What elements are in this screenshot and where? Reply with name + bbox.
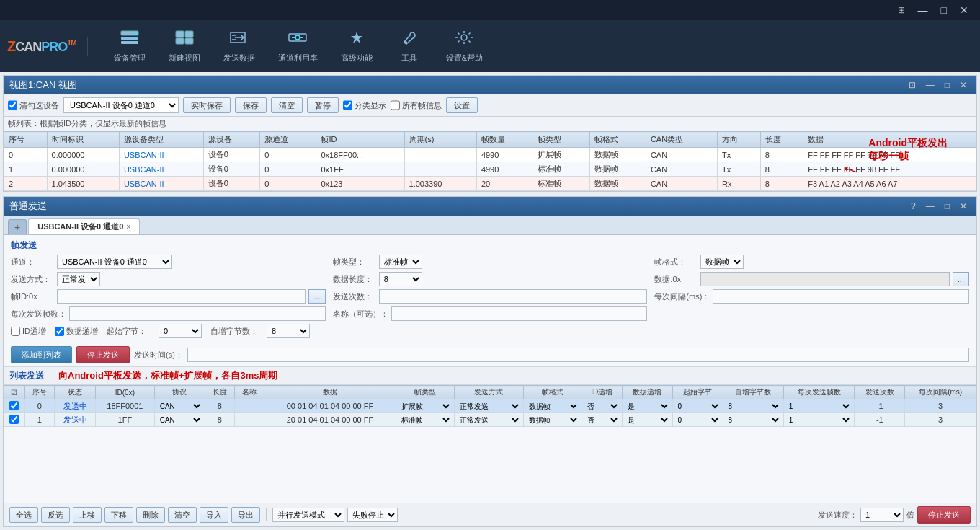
list-col-frame-type: 帧类型 <box>396 386 454 399</box>
tools-button[interactable]: 工具 <box>384 24 435 69</box>
can-view-close-btn[interactable]: ✕ <box>956 79 971 91</box>
table-row[interactable]: 00.000000USBCAN-II设备000x18FF00...4990扩展帧… <box>4 148 976 162</box>
frame-id-browse-btn[interactable]: ... <box>308 289 325 304</box>
send-method-select[interactable]: 正常发送 <box>57 272 100 286</box>
filter-device-checkbox-label[interactable]: 清勾选设备 <box>8 97 59 113</box>
frame-info-row: 帧列表：根据帧ID分类，仅显示最新的帧信息 <box>4 117 976 131</box>
id-inc-label[interactable]: ID递增 <box>11 326 46 337</box>
data-inc-label[interactable]: 数据递增 <box>55 326 98 337</box>
send-close-btn[interactable]: ✕ <box>956 200 971 212</box>
data-len-select[interactable]: 8 <box>379 272 422 286</box>
channel-field-row: 通道： USBCAN-II 设备0 通道0 <box>11 255 326 269</box>
can-view-maximize-btn[interactable]: □ <box>941 79 953 91</box>
channel-select[interactable]: USBCAN-II 设备0 通道0 <box>63 97 179 113</box>
send-count-input[interactable]: 1 <box>69 306 326 321</box>
main-toolbar: ZCANPROTM 设备管理 新建视图 发送数据 通道利用率 高级功能 <box>0 20 980 72</box>
id-inc-checkbox[interactable] <box>11 327 20 336</box>
settings-help-button[interactable]: 设置&帮助 <box>435 24 494 69</box>
move-up-button[interactable]: 上移 <box>73 507 102 523</box>
filter-device-checkbox[interactable] <box>8 97 17 113</box>
close-button[interactable]: ✕ <box>954 3 974 17</box>
tab-close-icon[interactable]: × <box>126 223 130 231</box>
add-tab-button[interactable]: + <box>8 219 27 234</box>
all-frames-label[interactable]: 所有帧信息 <box>391 97 442 113</box>
can-view-title: 视图1:CAN 视图 <box>9 79 77 92</box>
send-mode-select[interactable]: 并行发送模式 <box>272 508 344 522</box>
new-view-icon <box>174 30 195 50</box>
invert-select-button[interactable]: 反选 <box>41 507 70 523</box>
auto-inc-select[interactable]: 8 <box>267 324 310 338</box>
classify-display-checkbox[interactable] <box>343 97 352 113</box>
channel-utilization-icon <box>288 30 308 50</box>
svg-rect-6 <box>185 31 193 37</box>
export-button[interactable]: 导出 <box>231 507 260 523</box>
table-row[interactable]: 21.043500USBCAN-II设备000x1231.00339020标准帧… <box>4 177 976 191</box>
frame-send-title: 帧发送 <box>11 239 969 252</box>
can-view-restore-btn[interactable]: ⊡ <box>905 79 919 91</box>
table-row[interactable]: 10.000000USBCAN-II设备000x1FF4990标准帧数据帧CAN… <box>4 162 976 177</box>
send-help-btn[interactable]: ? <box>907 200 919 212</box>
send-times-input[interactable]: -1 <box>379 289 648 304</box>
frame-type-select[interactable]: 标准帧 <box>379 255 422 269</box>
list-row-checkbox[interactable] <box>9 415 19 424</box>
save-button[interactable]: 保存 <box>235 97 267 113</box>
frame-id-field-row: 帧ID:0x 1FF ... <box>11 289 326 304</box>
maximize-button[interactable]: □ <box>935 3 953 17</box>
delete-button[interactable]: 删除 <box>136 507 165 523</box>
classify-display-label[interactable]: 分类显示 <box>343 97 386 113</box>
list-row-checkbox[interactable] <box>9 401 19 410</box>
col-can-type: CAN类型 <box>646 132 717 148</box>
send-panel-header: 普通发送 ? — □ ✕ <box>4 197 976 216</box>
pause-button[interactable]: 暂停 <box>307 97 339 113</box>
stop-send-button-bottom[interactable]: 停止发送 <box>917 506 971 524</box>
data-len-label: 数据长度： <box>333 274 376 285</box>
advanced-function-label: 高级功能 <box>341 53 373 63</box>
list-item[interactable]: 0发送中18FF0001CAN800 01 04 01 04 00 00 FF扩… <box>4 399 976 413</box>
minimize-button[interactable]: — <box>912 3 934 17</box>
list-item[interactable]: 1发送中1FFCAN820 01 04 01 04 00 00 FF标准帧正常发… <box>4 413 976 427</box>
fail-mode-select[interactable]: 失败停止 <box>347 508 398 522</box>
frame-id-input[interactable]: 1FF <box>57 289 306 304</box>
send-maximize-btn[interactable]: □ <box>941 200 953 212</box>
can-data-table-wrapper[interactable]: 序号 时间标识 源设备类型 源设备 源通道 帧ID 周期(s) 帧数量 帧类型 … <box>4 131 976 191</box>
send-time-input[interactable] <box>187 348 969 362</box>
settings-button[interactable]: 设置 <box>446 97 478 113</box>
settings-help-label: 设置&帮助 <box>446 53 483 63</box>
channel-input[interactable]: USBCAN-II 设备0 通道0 <box>57 255 172 269</box>
new-view-button[interactable]: 新建视图 <box>157 24 212 69</box>
list-table-wrapper[interactable]: ☑ 序号 状态 ID(0x) 协议 长度 名称 数据 帧类型 发送方式 帧格式 … <box>4 385 976 503</box>
data-browse-btn[interactable]: ... <box>953 272 969 286</box>
send-tab-bar: + USBCAN-II 设备0 通道0 × <box>4 216 976 235</box>
clear-list-button[interactable]: 清空 <box>168 507 197 523</box>
can-view-minimize-btn[interactable]: — <box>922 79 938 91</box>
advanced-function-button[interactable]: 高级功能 <box>329 24 384 69</box>
channel-utilization-button[interactable]: 通道利用率 <box>267 24 329 69</box>
stop-send-button-top[interactable]: 停止发送 <box>76 346 130 363</box>
send-minimize-btn[interactable]: — <box>922 200 938 212</box>
device-management-button[interactable]: 设备管理 <box>102 24 157 69</box>
col-seq: 序号 <box>4 132 48 148</box>
interval-label: 每次间隔(ms)： <box>654 291 710 302</box>
realtime-save-button[interactable]: 实时保存 <box>183 97 231 113</box>
channel-utilization-label: 通道利用率 <box>278 53 318 63</box>
all-frames-checkbox[interactable] <box>391 97 400 113</box>
add-to-list-button[interactable]: 添加到列表 <box>11 346 72 363</box>
import-button[interactable]: 导入 <box>200 507 228 523</box>
move-down-button[interactable]: 下移 <box>104 507 133 523</box>
start-byte-select[interactable]: 0 <box>159 324 202 338</box>
send-data-button[interactable]: 发送数据 <box>212 24 267 69</box>
speed-select[interactable]: 1 <box>860 508 904 522</box>
interval-input[interactable]: 1 <box>713 289 969 304</box>
send-action-row: 添加到列表 停止发送 发送时间(s)： <box>4 343 976 367</box>
data-input[interactable]: 20 01 04 01 04 00 00 FF <box>700 272 949 286</box>
channel-tab[interactable]: USBCAN-II 设备0 通道0 × <box>28 218 140 234</box>
svg-rect-7 <box>176 38 184 44</box>
select-all-button[interactable]: 全选 <box>9 507 38 523</box>
col-frame-id: 帧ID <box>316 132 404 148</box>
data-inc-checkbox[interactable] <box>55 327 64 336</box>
frame-format-select[interactable]: 数据帧 <box>700 255 744 269</box>
list-annotation: 向Android平板发送，标准帧+扩展帧，各自3ms周期 <box>58 369 277 382</box>
col-count: 帧数量 <box>476 132 533 148</box>
clear-button[interactable]: 清空 <box>271 97 303 113</box>
name-input[interactable] <box>391 306 648 321</box>
